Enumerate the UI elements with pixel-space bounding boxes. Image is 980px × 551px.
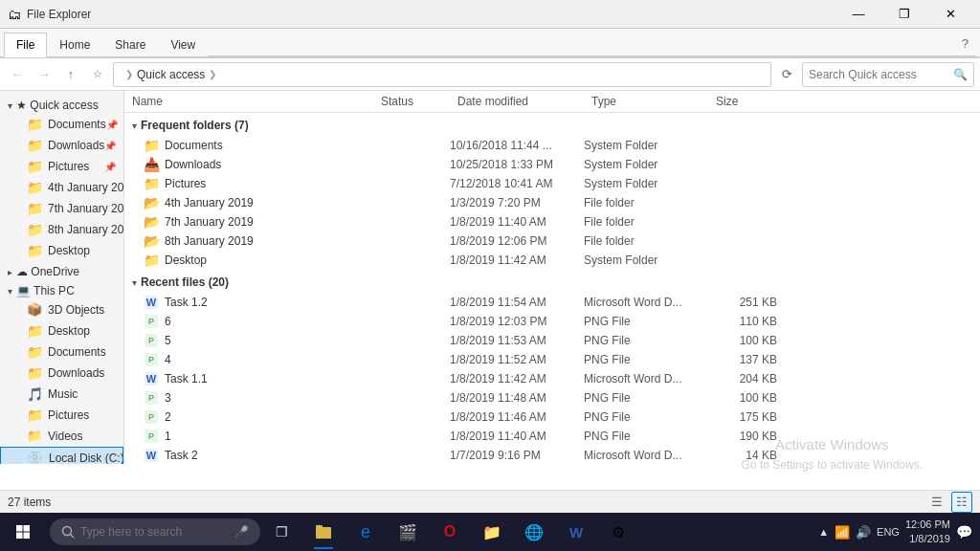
recent-files-chevron[interactable]: ▾ <box>132 277 137 288</box>
taskbar-app-settings[interactable]: ⚙ <box>597 513 639 551</box>
col-header-modified[interactable]: Date modified <box>450 95 584 108</box>
sidebar-item-8th-jan[interactable]: 📁 8th January 2019 <box>0 219 123 240</box>
taskbar-app-chrome[interactable]: 🌐 <box>513 513 555 551</box>
tab-file[interactable]: File <box>4 33 47 57</box>
large-icons-view-button[interactable]: ☷ <box>951 492 972 513</box>
file-modified: 1/8/2019 11:48 AM <box>450 391 584 405</box>
back-button[interactable]: ← <box>6 63 29 86</box>
table-row[interactable]: 📁Desktop 1/8/2019 11:42 AM System Folder <box>124 251 980 270</box>
taskbar-app-edge[interactable]: e <box>345 513 387 551</box>
refresh-button[interactable]: ⟳ <box>775 63 798 86</box>
file-name: 5 <box>165 334 171 347</box>
tab-view[interactable]: View <box>158 32 208 56</box>
file-size: 14 KB <box>708 449 785 462</box>
start-button[interactable] <box>0 513 46 551</box>
col-header-status[interactable]: Status <box>373 95 450 108</box>
sidebar-item-label: Desktop <box>48 244 90 257</box>
details-view-button[interactable]: ☰ <box>926 492 947 513</box>
table-row[interactable]: 📥Downloads 10/25/2018 1:33 PM System Fol… <box>124 155 980 174</box>
sidebar-item-4th-jan[interactable]: 📁 4th January 2019 <box>0 177 123 198</box>
sidebar-item-desktop[interactable]: 📁 Desktop <box>0 240 123 261</box>
network-icon: 📶 <box>835 525 850 540</box>
sidebar-item-pictures[interactable]: 📁 Pictures 📌 <box>0 156 123 177</box>
file-modified: 1/7/2019 9:16 PM <box>450 449 584 462</box>
sidebar-item-3d[interactable]: 📦 3D Objects <box>0 299 123 320</box>
sidebar-onedrive-label: ☁ OneDrive <box>16 265 79 278</box>
table-row[interactable]: P4 1/8/2019 11:52 AM PNG File 137 KB <box>124 350 980 369</box>
sidebar-item-label: Documents <box>48 345 106 359</box>
tab-share[interactable]: Share <box>102 32 158 56</box>
chevron-up-icon[interactable]: ▲ <box>818 526 829 538</box>
close-button[interactable]: ✕ <box>928 0 972 29</box>
col-header-name[interactable]: Name <box>124 95 373 108</box>
sidebar-item-documents-pc[interactable]: 📁 Documents <box>0 342 123 363</box>
sidebar-item-videos[interactable]: 📁 Videos <box>0 426 123 447</box>
taskbar-search-box[interactable]: 🎤 <box>50 518 260 545</box>
table-row[interactable]: WTask 1.2 1/8/2019 11:54 AM Microsoft Wo… <box>124 293 980 312</box>
notification-icon[interactable]: 💬 <box>956 524 972 540</box>
sidebar-item-downloads[interactable]: 📁 Downloads 📌 <box>0 135 123 156</box>
minimize-button[interactable]: — <box>836 0 880 29</box>
recent-files-header: ▾ Recent files (20) <box>124 270 980 293</box>
forward-button[interactable]: → <box>33 63 56 86</box>
help-icon[interactable]: ? <box>962 36 969 51</box>
download-folder-icon: 📥 <box>144 157 160 172</box>
sidebar-item-label: Pictures <box>48 408 89 422</box>
file-modified: 1/8/2019 12:06 PM <box>450 234 584 248</box>
sidebar-section-onedrive[interactable]: ▸ ☁ OneDrive <box>0 261 123 280</box>
task-view-button[interactable]: ❐ <box>264 513 299 551</box>
taskbar-app-opera[interactable]: O <box>429 513 471 551</box>
table-row[interactable]: 📂8th January 2019 1/8/2019 12:06 PM File… <box>124 231 980 251</box>
address-box[interactable]: ❯ Quick access ❯ <box>113 62 771 87</box>
table-row[interactable]: 📂4th January 2019 1/3/2019 7:20 PM File … <box>124 193 980 212</box>
sidebar-item-downloads-pc[interactable]: 📁 Downloads <box>0 363 123 384</box>
pin-button[interactable]: ☆ <box>86 63 109 86</box>
sidebar-item-7th-jan[interactable]: 📁 7th January 2019 <box>0 198 123 219</box>
sidebar-quick-access-label[interactable]: ★ Quick access <box>16 99 99 112</box>
tab-home[interactable]: Home <box>47 32 102 56</box>
file-name: 2 <box>165 410 171 424</box>
file-modified: 10/16/2018 11:44 ... <box>450 139 584 152</box>
sidebar-item-music[interactable]: 🎵 Music <box>0 384 123 405</box>
up-button[interactable]: ↑ <box>59 63 82 86</box>
sidebar-item-desktop-pc[interactable]: 📁 Desktop <box>0 320 123 342</box>
sidebar-item-label: Documents <box>48 118 106 131</box>
search-input[interactable] <box>809 68 953 81</box>
table-row[interactable]: P3 1/8/2019 11:48 AM PNG File 100 KB <box>124 388 980 408</box>
table-row[interactable]: P1 1/8/2019 11:40 AM PNG File 190 KB <box>124 427 980 446</box>
png-icon: P <box>145 391 158 405</box>
file-name: Task 2 <box>165 449 198 462</box>
search-box[interactable]: 🔍 <box>802 62 974 87</box>
maximize-button[interactable]: ❐ <box>882 0 926 29</box>
file-size: 204 KB <box>708 372 785 386</box>
sidebar-this-pc-label: 💻 This PC <box>16 284 75 298</box>
table-row[interactable]: WTask 2 1/7/2019 9:16 PM Microsoft Word … <box>124 446 980 464</box>
sidebar-section-this-pc[interactable]: ▾ 💻 This PC <box>0 280 123 299</box>
frequent-folders-chevron[interactable]: ▾ <box>132 121 137 131</box>
sidebar-section-quick-access[interactable]: ▾ ★ Quick access <box>0 95 123 114</box>
sidebar-item-documents[interactable]: 📁 Documents 📌 <box>0 114 123 135</box>
sidebar-item-pictures-pc[interactable]: 📁 Pictures <box>0 405 123 426</box>
col-header-size[interactable]: Size <box>708 95 785 108</box>
taskbar-app-word[interactable]: W <box>555 513 597 551</box>
file-modified: 1/8/2019 11:42 AM <box>450 253 584 267</box>
sidebar-item-label: Desktop <box>48 324 90 338</box>
taskbar-app-vlc[interactable]: 🎬 <box>387 513 429 551</box>
taskbar-app-file-explorer[interactable] <box>302 513 345 551</box>
table-row[interactable]: P2 1/8/2019 11:46 AM PNG File 175 KB <box>124 408 980 427</box>
table-row[interactable]: WTask 1.1 1/8/2019 11:42 AM Microsoft Wo… <box>124 369 980 388</box>
table-row[interactable]: 📁Pictures 7/12/2018 10:41 AM System Fold… <box>124 174 980 193</box>
sidebar-item-label: Downloads <box>48 139 104 152</box>
file-type: File folder <box>584 234 708 248</box>
taskbar-apps: e 🎬 O 📁 🌐 W ⚙ <box>299 513 811 551</box>
table-row[interactable]: 📂7th January 2019 1/8/2019 11:40 AM File… <box>124 212 980 231</box>
png-icon: P <box>145 430 158 443</box>
file-name: Pictures <box>165 177 206 190</box>
table-row[interactable]: P5 1/8/2019 11:53 AM PNG File 100 KB <box>124 331 980 350</box>
taskbar-app-folder[interactable]: 📁 <box>471 513 513 551</box>
table-row[interactable]: P6 1/8/2019 12:03 PM PNG File 110 KB <box>124 312 980 331</box>
table-row[interactable]: 📁Documents 10/16/2018 11:44 ... System F… <box>124 136 980 155</box>
col-header-type[interactable]: Type <box>584 95 708 108</box>
taskbar-search-input[interactable] <box>80 525 231 539</box>
sidebar-item-local-disk[interactable]: 💿 Local Disk (C:) <box>0 447 123 464</box>
